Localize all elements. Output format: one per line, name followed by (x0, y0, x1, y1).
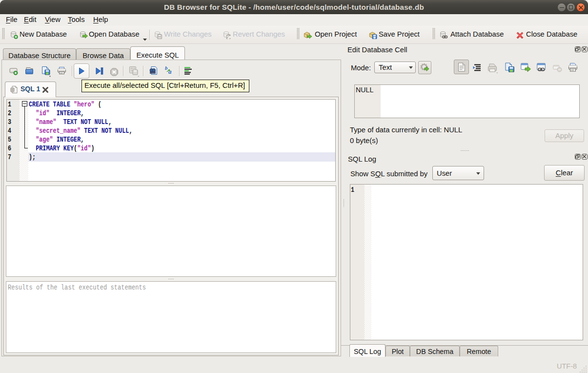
svg-text:b: b (165, 65, 168, 71)
svg-text:a: a (168, 68, 172, 75)
